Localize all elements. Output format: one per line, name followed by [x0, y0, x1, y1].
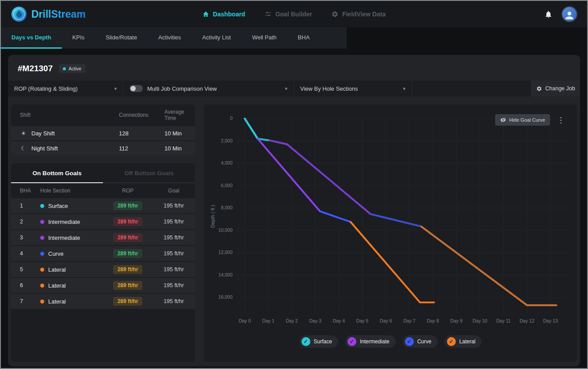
svg-text:2,000: 2,000: [221, 138, 233, 143]
legend-label: Surface: [314, 338, 332, 345]
check-circle-icon: ✓: [405, 337, 414, 346]
hole-section-label: Lateral: [48, 266, 66, 273]
bha-number: 1: [11, 203, 33, 209]
rop-cell: 289 ft/hr: [103, 233, 153, 242]
goals-tab-on-bottom-goals[interactable]: On Bottom Goals: [11, 163, 103, 183]
nav-item-label: Goal Builder: [275, 11, 312, 18]
nav-item-goal-builder[interactable]: Goal Builder: [265, 11, 312, 18]
change-job-button[interactable]: Change Job: [531, 81, 580, 96]
legend-pill-lateral[interactable]: ✓Lateral: [445, 335, 482, 348]
hole-section-dot-icon: [40, 236, 44, 240]
hole-section-cell: Lateral: [33, 298, 103, 305]
chevron-down-icon: ▾: [285, 86, 287, 92]
goal-table-row: 3Intermediate289 ft/hr195 ft/hr: [11, 229, 195, 245]
series-actual-lateral-segment: [351, 222, 434, 303]
legend-pill-surface[interactable]: ✓Surface: [299, 335, 338, 348]
series-goal-curve-segment: [370, 214, 421, 227]
app-logo-icon: [11, 6, 27, 23]
hide-goal-curve-button[interactable]: Hide Goal Curve: [495, 114, 550, 126]
status-dot-icon: [63, 67, 66, 70]
gear-icon: [332, 11, 339, 18]
average-time-col-header: Average Time: [159, 109, 189, 121]
goal-value: 195 ft/hr: [153, 298, 195, 304]
svg-text:Day 10: Day 10: [473, 318, 487, 323]
legend-label: Lateral: [459, 338, 476, 345]
goal-table-row: 2Intermediate289 ft/hr195 ft/hr: [11, 213, 195, 229]
tab-bha[interactable]: BHA: [287, 27, 321, 49]
legend-pill-curve[interactable]: ✓Curve: [403, 335, 438, 348]
svg-text:12,000: 12,000: [218, 250, 233, 255]
tab-days-vs-depth[interactable]: Days vs Depth: [1, 27, 62, 49]
rop-cell: 289 ft/hr: [103, 217, 153, 226]
goals-tab-off-bottom-goals[interactable]: Off Bottom Goals: [103, 163, 195, 183]
series-actual-surface-segment: [245, 119, 258, 139]
shift-name-cell: ☾Night Shift: [20, 145, 113, 152]
eye-off-icon: [500, 117, 506, 123]
connections-value: 112: [113, 145, 159, 152]
svg-text:14,000: 14,000: [218, 272, 233, 277]
rop-cell: 289 ft/hr: [103, 249, 153, 258]
shift-table-card: Shift Connections Average Time ☀Day Shif…: [11, 104, 195, 155]
goal-table-row: 5Lateral289 ft/hr195 ft/hr: [11, 261, 195, 277]
series-actual-intermediate-segment: [258, 139, 320, 211]
goal-value: 195 ft/hr: [153, 266, 195, 273]
hole-section-cell: Lateral: [33, 266, 103, 273]
view-by-dropdown-label: View By Hole Sections: [300, 85, 358, 92]
home-icon: [202, 11, 210, 18]
shift-label: Day Shift: [31, 130, 55, 137]
tab-activities[interactable]: Activities: [148, 27, 191, 49]
brand[interactable]: DrillStream: [11, 6, 99, 23]
tab-activity-list[interactable]: Activity List: [191, 27, 241, 49]
rop-cell: 289 ft/hr: [103, 297, 153, 306]
cards-row: Shift Connections Average Time ☀Day Shif…: [8, 96, 580, 366]
series-actual-curve-segment: [320, 211, 351, 222]
app-name-wordmark: DrillStream: [31, 8, 99, 21]
user-avatar[interactable]: [561, 6, 577, 22]
hole-section-label: Intermediate: [48, 219, 80, 225]
view-by-dropdown[interactable]: View By Hole Sections ▾: [294, 81, 412, 96]
bha-number: 5: [11, 266, 33, 273]
svg-text:Day 6: Day 6: [380, 318, 392, 323]
goal-table-row: 1Surface289 ft/hr195 ft/hr: [11, 197, 195, 213]
goal-value: 195 ft/hr: [153, 250, 195, 257]
check-circle-icon: ✓: [347, 337, 356, 346]
tab-kpis[interactable]: KPIs: [62, 27, 95, 49]
job-header: #M21307 Active: [8, 55, 580, 81]
shift-col-header: Shift: [20, 112, 113, 118]
hole-section-col-header: Hole Section: [33, 188, 103, 194]
tab-well-path[interactable]: Well Path: [241, 27, 287, 49]
change-job-label: Change Job: [545, 85, 575, 92]
rop-dropdown-label: ROP (Rotating & Sliding): [14, 85, 78, 92]
bha-number: 2: [11, 219, 33, 225]
svg-text:Depth ( ft ): Depth ( ft ): [210, 205, 215, 228]
bha-col-header: BHA: [11, 188, 33, 194]
tab-slide-rotate[interactable]: Slide/Rotate: [95, 27, 148, 49]
app-name: DrillStream: [31, 8, 86, 20]
rop-value-badge: 289 ft/hr: [113, 233, 143, 242]
bha-number: 3: [11, 234, 33, 241]
nav-item-label: FieldView Data: [342, 11, 386, 18]
nav-item-dashboard[interactable]: Dashboard: [202, 11, 245, 18]
rop-value-badge: 289 ft/hr: [113, 281, 143, 290]
filter-strip: ROP (Rotating & Sliding) ▾ Multi Job Com…: [8, 81, 580, 96]
bha-number: 7: [11, 298, 33, 304]
moon-icon: ☾: [20, 145, 27, 152]
toggle-knob: [130, 86, 136, 91]
legend-pill-intermediate[interactable]: ✓Intermediate: [345, 335, 396, 348]
multi-job-dropdown[interactable]: Multi Job Comparison View ▾: [123, 81, 294, 96]
hole-section-dot-icon: [40, 252, 44, 256]
notifications-bell-icon[interactable]: [544, 10, 553, 19]
chevron-down-icon: ▾: [403, 86, 405, 92]
shift-label: Night Shift: [31, 145, 58, 152]
multi-job-toggle[interactable]: [130, 85, 143, 92]
hole-section-dot-icon: [40, 204, 44, 208]
kebab-menu-button[interactable]: ⋮: [554, 115, 568, 126]
hole-section-cell: Curve: [33, 250, 103, 257]
rop-cell: 289 ft/hr: [103, 201, 153, 210]
top-nav-right: [544, 6, 577, 22]
chart-toolbar: Hide Goal Curve ⋮: [495, 114, 568, 126]
goal-value: 195 ft/hr: [153, 282, 195, 288]
rop-dropdown[interactable]: ROP (Rotating & Sliding) ▾: [8, 81, 123, 96]
shift-row: ☀Day Shift12810 Min: [11, 125, 195, 140]
nav-item-fieldview-data[interactable]: FieldView Data: [332, 11, 386, 18]
